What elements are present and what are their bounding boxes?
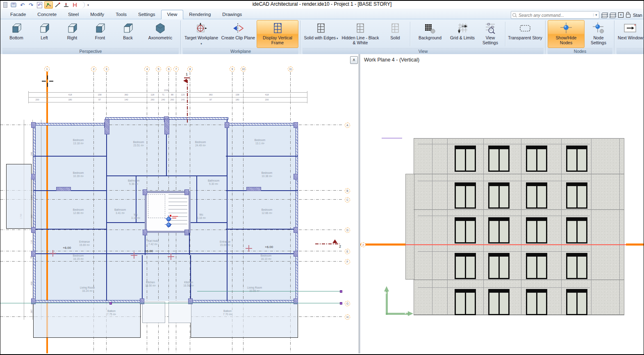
ribbon-group-divider <box>180 20 181 55</box>
collapse-panel-button[interactable]: ∧ <box>350 56 358 64</box>
wall-interior <box>190 255 191 300</box>
plan-viewport[interactable]: ∧ 1234567891011ABCDEFGH41815836011871881… <box>0 54 359 353</box>
ribbon-button-background[interactable]: Background <box>412 20 448 48</box>
column <box>31 227 36 233</box>
tab-drawings[interactable]: Drawings <box>216 10 248 19</box>
grid-bubble-column[interactable]: 2 <box>91 66 96 72</box>
tab-settings[interactable]: Settings <box>132 10 161 19</box>
grid-bubble-column[interactable]: 11 <box>288 66 293 72</box>
node-marker[interactable] <box>166 223 171 227</box>
ribbon-button-grid-limits[interactable]: Grid & Limits <box>448 20 476 48</box>
close-box-icon[interactable]: × <box>618 12 624 18</box>
window <box>566 146 587 172</box>
cube-bottom-icon <box>10 21 23 35</box>
section-line-1-head <box>184 77 190 78</box>
grid-bubble-column[interactable]: 9 <box>230 66 235 72</box>
tab-facade[interactable]: Facade <box>5 10 32 19</box>
dimension-value: 418 <box>68 93 72 96</box>
ribbon-button-solid[interactable]: Solid <box>381 20 409 48</box>
reference-line <box>197 291 341 291</box>
window <box>455 217 476 243</box>
unlock-icon[interactable] <box>626 14 630 18</box>
tab-rendering[interactable]: Rendering <box>183 10 216 19</box>
ribbon-button-show-hide-nodes[interactable]: Show/Hide Nodes <box>548 20 585 48</box>
ribbon-button-axonometric[interactable]: Axonometric <box>142 20 179 48</box>
ribbon-button-back[interactable]: Back <box>114 20 142 48</box>
ribbon-button-target-workplane[interactable]: Target Workplane ▾ <box>183 20 220 48</box>
dimension-value: 158 <box>235 93 239 96</box>
ribbon-button-left[interactable]: Left <box>30 20 58 48</box>
search-input[interactable] <box>518 12 593 18</box>
column <box>31 251 36 257</box>
grid-bubble-column[interactable]: 5 <box>156 66 161 72</box>
panel-line <box>561 138 562 315</box>
ribbon: Bottom Left Right Front BackAxonometricP… <box>0 19 644 56</box>
ribbon-button-create-clip-plane[interactable]: Create Clip Plane <box>220 20 257 48</box>
grid-bubble-row[interactable]: B <box>345 188 350 193</box>
stair-step <box>168 198 187 198</box>
ribbon-button-view-settings[interactable]: View Settings <box>476 20 504 48</box>
grid-bubble-row[interactable]: H <box>345 314 350 320</box>
command-search[interactable]: ▼ <box>511 11 599 19</box>
window <box>455 253 476 279</box>
column <box>143 189 147 195</box>
grid-bubble-row[interactable]: D <box>345 228 350 233</box>
grid-bubble-row[interactable]: G <box>345 301 350 306</box>
window <box>488 217 510 243</box>
ribbon-inner-separator <box>410 22 411 46</box>
ribbon-button-right[interactable]: Right <box>58 20 86 48</box>
room-label: Bedroom13.18 m² <box>73 139 84 145</box>
search-dropdown-icon[interactable]: ▼ <box>593 14 598 16</box>
grid-bubble-column[interactable]: 6 <box>166 66 171 72</box>
tab-concrete[interactable]: Concrete <box>32 10 62 19</box>
ribbon-button-node-settings[interactable]: Node Settings <box>585 20 612 48</box>
wall-interior <box>227 120 228 301</box>
ribbon-group-label: Nodes <box>548 48 612 55</box>
ribbon-button-next-window[interactable]: Next Window <box>617 20 644 48</box>
grid-bubble-row[interactable]: C <box>345 197 350 203</box>
grid-bubble-column[interactable]: 10 <box>241 66 246 72</box>
grid-bubble-column[interactable]: 4 <box>144 66 150 72</box>
dimension-value: 118 <box>30 240 33 244</box>
grid-bubble-row[interactable]: E <box>345 249 350 254</box>
workplane-viewport[interactable]: Work Plane 4 - (Vertical) 2YX <box>360 54 644 353</box>
tab-steel[interactable]: Steel <box>62 10 84 19</box>
endpoint-handle[interactable] <box>340 290 342 293</box>
ribbon-button-display-vertical-frame[interactable]: Display Vertical Frame <box>257 20 298 48</box>
room-label: Balkon7.75 m² <box>107 309 116 316</box>
layer-list-icon[interactable] <box>602 13 608 18</box>
dimension-value: 260 <box>170 98 174 101</box>
grid-bubble-column[interactable]: 1 <box>44 66 50 72</box>
grid-bubble-column[interactable]: 7 <box>173 66 179 72</box>
ribbon-button-solid-with-edges[interactable]: Solid with Edges ▾ <box>303 20 339 48</box>
ribbon-button-front[interactable]: Front <box>86 20 114 48</box>
grid-bubble-column[interactable]: 8 <box>187 66 193 72</box>
dimension-tick <box>93 98 94 102</box>
node-marker[interactable] <box>166 217 171 221</box>
frame-light-icon <box>389 21 402 35</box>
ribbon-group-buttons: Show/Hide NodesNode Settings <box>546 20 614 48</box>
viewset-icon <box>484 21 497 35</box>
story-line <box>414 174 624 174</box>
endpoint-handle[interactable] <box>340 302 342 305</box>
story-line <box>414 138 624 139</box>
grid-bubble-row[interactable]: A <box>345 123 350 128</box>
target-icon <box>195 21 208 35</box>
room-label: Bedroom16.15 m² <box>73 254 84 260</box>
wall-interior <box>226 229 298 230</box>
wall-interior <box>33 156 107 157</box>
ribbon-button-bottom[interactable]: Bottom <box>2 20 30 48</box>
endpoint-handle[interactable] <box>109 302 112 305</box>
grid-bubble-column[interactable]: 3 <box>104 66 109 72</box>
ribbon-button-hidden-line-black-white[interactable]: Hidden Line - Black & White <box>339 20 381 48</box>
wall-exterior <box>33 123 36 303</box>
tab-tools[interactable]: Tools <box>110 10 132 19</box>
tab-modify[interactable]: Modify <box>84 10 110 19</box>
window <box>526 217 547 243</box>
tab-view[interactable]: View <box>161 10 184 19</box>
ribbon-button-transparent-story[interactable]: Transparent Story <box>507 20 544 48</box>
ribbon-group-divider <box>614 20 615 55</box>
layer-stack-icon[interactable] <box>610 13 616 18</box>
grid-bubble-row[interactable]: F <box>345 259 350 264</box>
dropdown-arrow-icon: ▾ <box>200 42 202 45</box>
